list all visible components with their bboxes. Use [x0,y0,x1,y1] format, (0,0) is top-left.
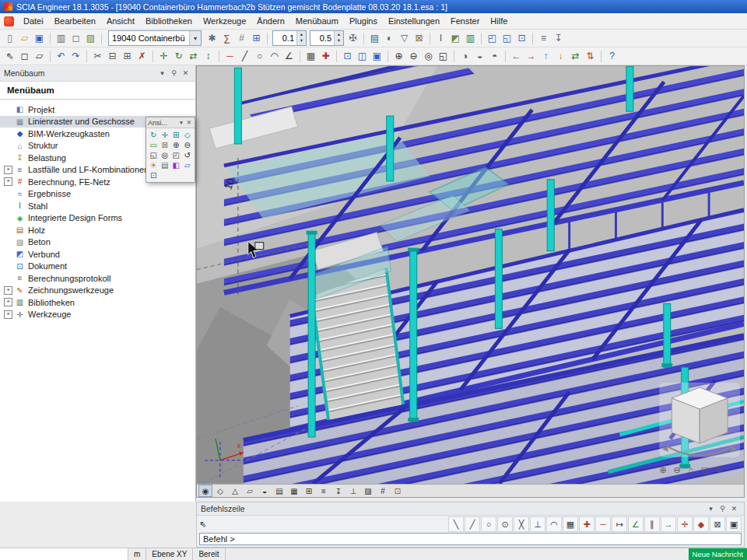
draw-arc-icon[interactable]: ◠ [267,49,282,64]
snap-length-icon[interactable]: ↦ [612,516,627,532]
zoom-out-icon[interactable]: ⊖ [406,49,421,64]
window-new-icon[interactable]: ⊡ [340,49,355,64]
zoom-window-icon[interactable]: ◱ [149,151,159,159]
sidebar-item-design-forms[interactable]: ◈ Integrierte Design Forms [0,212,195,225]
sidebar-item-verbund[interactable]: ◩ Verbund [0,248,195,261]
numbering-icon[interactable]: # [376,485,390,497]
zoom-view-icon[interactable]: ⊞ [171,131,181,139]
pointer-select-icon[interactable]: ⇖ [2,49,17,64]
grid-toggle-icon[interactable]: ⊞ [302,485,316,497]
zoom-all-icon[interactable]: ◎ [160,151,170,159]
draw-circle-icon[interactable]: ○ [252,49,267,64]
sidebar-item-stahl[interactable]: Ⅰ Stahl [0,200,195,212]
mirror-icon[interactable]: ⇄ [186,49,201,64]
separator[interactable] [219,51,219,62]
viewport-3d-scene[interactable]: 10 x [197,66,744,484]
snap-point-icon[interactable]: ✚ [579,516,594,532]
light-icon[interactable]: ☀ [149,161,159,170]
menu-aendern[interactable]: Ändern [251,15,289,27]
member-end-icon[interactable]: → [524,49,538,64]
status-unit[interactable]: m [128,548,146,560]
separator[interactable] [481,33,482,44]
sidebar-item-berechnungsprotokoll[interactable]: ≡ Berechnungsprotokoll [0,272,195,285]
new-project-icon[interactable]: ▯ [2,31,17,46]
labels-toggle-icon[interactable]: ≡ [317,485,331,497]
cut-icon[interactable]: ✂ [90,49,105,64]
surface-display-icon[interactable]: ▤ [272,485,286,497]
expand-icon[interactable] [4,166,12,174]
rotate-icon[interactable]: ↻ [171,49,186,64]
ansicht-floating-toolbar[interactable]: Ansi... ▾ ✕ ↻ ✛ ⊞ ◇ ▭ ⊠ ⊕ ⊖ ◱ [146,117,195,183]
project-settings-icon[interactable]: ✱ [205,31,219,46]
draw-angle-icon[interactable]: ∠ [282,49,296,64]
member-start-icon[interactable]: ← [509,49,524,64]
view-top-icon[interactable]: △ [228,485,242,497]
home-view-icon[interactable]: ⌂ [686,464,696,475]
draw-line-icon[interactable]: ─ [223,49,237,64]
zoom-selection-icon[interactable]: ◰ [171,151,181,159]
snap-angle-icon[interactable]: ∠ [628,516,644,532]
supports-display-icon[interactable]: ⊥ [346,485,360,497]
menu-plugins[interactable]: Plugins [344,15,383,27]
expand-icon[interactable] [4,286,12,295]
command-input[interactable] [199,533,742,545]
wireframe-view-icon[interactable]: ▭ [149,141,159,149]
volume-display-icon[interactable]: ▦ [287,485,301,497]
separator[interactable] [388,51,388,62]
member-down-icon[interactable]: ↓ [553,49,568,64]
render-mode-icon[interactable]: ◒ [258,485,272,497]
menu-werkzeuge[interactable]: Werkzeuge [198,15,251,27]
snap-tangent-icon[interactable]: ◠ [546,516,562,532]
zoom-window-icon[interactable]: ◱ [436,49,451,64]
member-up-icon[interactable]: ↑ [538,49,553,64]
menu-menuebaum[interactable]: Menübaum [290,15,344,27]
pan-view-icon[interactable]: ✛ [160,131,170,139]
chevron-down-icon[interactable]: ▾ [705,505,717,513]
menu-bibliotheken[interactable]: Bibliotheken [140,15,198,27]
model-viewport[interactable]: 10 x [196,65,745,498]
snap-point-icon[interactable]: ✚ [318,49,333,64]
rotate-view-icon[interactable]: ↻ [714,464,724,475]
titlebar[interactable]: SCIA Engineer 18.1.3035 - [19040 Contain… [0,0,747,13]
snap-extension-icon[interactable]: → [661,516,676,532]
snap-endpoint-icon[interactable]: ╲ [448,516,464,532]
separator[interactable] [50,33,51,44]
help-icon[interactable]: ? [605,49,619,64]
grid-icon[interactable]: ▦ [303,49,318,64]
snap-settings-icon[interactable]: ▣ [726,516,742,532]
expand-icon[interactable] [4,298,12,306]
save-project-icon[interactable]: ▣ [32,31,47,46]
separator[interactable] [363,33,364,44]
sidebar-item-dokument[interactable]: ⊡ Dokument [0,261,195,273]
cross-sections-icon[interactable]: Ⅰ [433,31,448,46]
view-axonometry-icon[interactable]: ▱ [243,485,257,497]
zoom-in-icon[interactable]: ⊕ [658,464,668,475]
undo-icon[interactable]: ↶ [54,49,68,64]
snap-ucs-icon[interactable]: ◆ [693,516,709,532]
expand-icon[interactable] [4,310,12,319]
separator[interactable] [601,51,601,62]
picture-gallery-icon[interactable]: ▧ [83,31,98,46]
export-icon[interactable]: ↧ [551,31,566,46]
sidebar-item-werkzeuge[interactable]: ✛ Werkzeuge [0,309,195,321]
snap-orthogonal-icon[interactable]: ⊥ [530,516,545,532]
swap-direction-icon[interactable]: ⇄ [568,49,583,64]
sidebar-item-projekt[interactable]: ◧ Projekt [0,103,195,116]
document-icon[interactable]: ≡ [536,31,551,46]
expand-icon[interactable] [4,177,12,186]
separator[interactable] [532,33,533,44]
status-work-plane[interactable]: Ebene XY [146,548,193,560]
layers-icon[interactable]: ▤ [367,31,382,46]
shaded-mode-icon[interactable]: ◒ [472,49,487,64]
snap-circle-icon[interactable]: ○ [481,516,496,532]
separator[interactable] [300,51,300,62]
print-view-icon[interactable]: ▤ [160,161,170,170]
move-icon[interactable]: ✛ [156,49,171,64]
zoom-in-icon[interactable]: ⊕ [171,141,181,149]
chevron-down-icon[interactable]: ▾ [156,69,168,77]
load-display-icon[interactable]: ↧ [331,485,345,497]
draw-polyline-icon[interactable]: ╱ [237,49,252,64]
snap-lock-icon[interactable]: ⊠ [710,516,725,532]
close-icon[interactable]: ✕ [180,69,191,77]
sidebar-item-bibliotheken[interactable]: ▥ Bibliotheken [0,296,195,309]
